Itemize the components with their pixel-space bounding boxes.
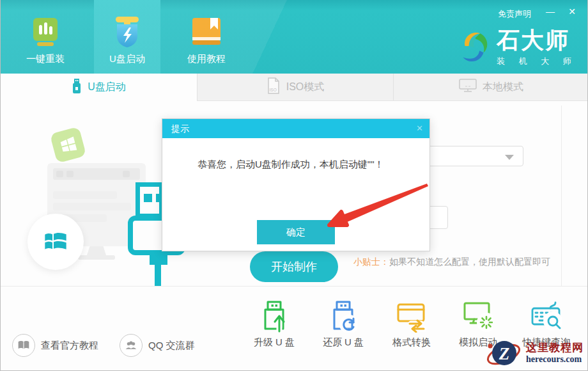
shortcut-query-icon (514, 299, 578, 333)
brand-subtitle: 装 机 大 师 (497, 56, 577, 67)
watermark-domain: herecours.com (526, 354, 584, 365)
shield-bolt-icon (111, 17, 144, 49)
people-group-icon (120, 334, 143, 357)
close-button[interactable]: ✕ (564, 4, 580, 19)
link-label: QQ 交流群 (148, 334, 195, 357)
start-make-button[interactable]: 开始制作 (250, 251, 338, 282)
nav-tab-usb-boot[interactable]: U盘启动 (94, 0, 160, 74)
brand-swirl-icon (456, 28, 493, 68)
watermark-title: 这里教程网 (526, 342, 584, 354)
usb-drive-icon (72, 79, 82, 97)
tab-label: ISO模式 (286, 81, 325, 94)
tool-upgrade-usb[interactable]: 升级 U 盘 (242, 299, 306, 349)
ok-button[interactable]: 确定 (257, 220, 335, 244)
tip-text: 小贴士：如果不知道怎么配置，使用默认配置即可 (353, 257, 550, 268)
watermark-logo-icon: Z (486, 335, 523, 371)
watermark: Z 这里教程网 herecours.com (486, 335, 588, 371)
tab-local-mode[interactable]: 本地模式 (393, 74, 588, 101)
brand-name: 石大师 (497, 28, 577, 52)
bar-chart-icon (31, 17, 60, 49)
book-icon (191, 17, 222, 49)
svg-text:ISO: ISO (269, 88, 276, 92)
panel-right-border (561, 106, 562, 287)
iso-file-icon: ISO (267, 77, 281, 97)
dialog-message: 恭喜您，启动U盘制作成功，本机启动键""！ (197, 159, 419, 171)
svg-text:Z: Z (499, 344, 510, 363)
windows-tile-icon (50, 127, 87, 164)
dialog-titlebar: 提示 ✕ (162, 119, 429, 138)
dialog-close-icon[interactable]: ✕ (416, 119, 423, 138)
tab-usb-boot[interactable]: U盘启动 (1, 74, 197, 101)
app-window: 一键重装 U盘启动 (0, 0, 588, 371)
prompt-dialog: 提示 ✕ 恭喜您，启动U盘制作成功，本机启动键""！ 确定 (162, 118, 430, 251)
header: 一键重装 U盘启动 (1, 0, 588, 74)
dialog-title: 提示 (171, 123, 189, 134)
chevron-down-icon (505, 155, 514, 160)
mode-tabrow: U盘启动 ISO ISO模式 本地模式 (1, 74, 588, 101)
nav-tab-label: 一键重装 (26, 53, 65, 65)
tab-label: U盘启动 (88, 81, 126, 94)
format-convert-icon (380, 299, 444, 333)
nav-tab-label: U盘启动 (109, 53, 145, 65)
usb-plug-illustration (135, 182, 164, 218)
windows-circle-logo (27, 214, 84, 270)
monitor-icon (459, 79, 477, 95)
nav-tab-reinstall[interactable]: 一键重装 (12, 0, 79, 74)
link-label: 查看官方教程 (41, 334, 98, 357)
nav-tab-label: 使用教程 (187, 53, 226, 65)
tab-iso-mode[interactable]: ISO ISO模式 (197, 74, 393, 101)
tool-restore-usb[interactable]: 还原 U 盘 (311, 299, 375, 349)
minimize-button[interactable]: — (543, 4, 558, 19)
usb-upgrade-icon (242, 299, 306, 333)
tool-format-convert[interactable]: 格式转换 (380, 299, 444, 349)
qq-group-link[interactable]: QQ 交流群 (120, 334, 195, 357)
tool-label: 格式转换 (380, 336, 444, 349)
brand-logo: 石大师 装 机 大 师 (456, 28, 577, 68)
tool-label: 升级 U 盘 (242, 336, 306, 349)
official-tutorial-link[interactable]: 查看官方教程 (12, 334, 98, 357)
simulate-boot-icon (446, 299, 510, 333)
usb-plug-neck (150, 255, 167, 265)
usb-restore-icon (311, 299, 375, 333)
disclaimer-link[interactable]: 免责声明 (498, 8, 531, 20)
tab-label: 本地模式 (483, 81, 523, 94)
tool-label: 还原 U 盘 (311, 336, 375, 349)
open-book-icon (12, 334, 35, 357)
nav-tab-tutorial[interactable]: 使用教程 (173, 0, 240, 74)
